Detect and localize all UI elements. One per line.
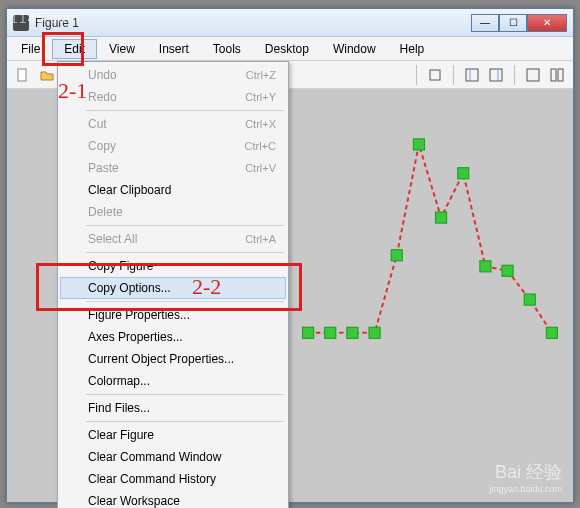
menu-separator xyxy=(86,301,284,302)
menu-separator xyxy=(86,110,284,111)
watermark-tl: 1145.com xyxy=(10,10,79,26)
menuitem-find-files[interactable]: Find Files... xyxy=(60,397,286,419)
menubar: FileEditViewInsertToolsDesktopWindowHelp xyxy=(7,37,573,61)
svg-rect-10 xyxy=(325,327,336,338)
menu-separator xyxy=(86,225,284,226)
layout2-icon[interactable] xyxy=(486,65,506,85)
menuitem-clear-workspace[interactable]: Clear Workspace xyxy=(60,490,286,508)
svg-rect-20 xyxy=(546,327,557,338)
menuitem-delete: Delete xyxy=(60,201,286,223)
menuitem-copy-figure[interactable]: Copy Figure xyxy=(60,255,286,277)
new-icon[interactable] xyxy=(13,65,33,85)
window-title: Figure 1 xyxy=(35,16,471,30)
menuitem-undo: UndoCtrl+Z xyxy=(60,64,286,86)
menu-separator xyxy=(86,421,284,422)
layout1-icon[interactable] xyxy=(462,65,482,85)
menuitem-colormap[interactable]: Colormap... xyxy=(60,370,286,392)
edit-menu-dropdown: UndoCtrl+ZRedoCtrl+YCutCtrl+XCopyCtrl+CP… xyxy=(57,61,289,508)
svg-rect-11 xyxy=(347,327,358,338)
menuitem-paste: PasteCtrl+V xyxy=(60,157,286,179)
menuitem-clear-command-history[interactable]: Clear Command History xyxy=(60,468,286,490)
menu-insert[interactable]: Insert xyxy=(147,39,201,59)
menuitem-select-all: Select AllCtrl+A xyxy=(60,228,286,250)
layout3-icon[interactable] xyxy=(523,65,543,85)
svg-rect-16 xyxy=(458,168,469,179)
svg-rect-2 xyxy=(466,69,478,81)
plot xyxy=(297,89,563,444)
menu-separator xyxy=(86,394,284,395)
menu-edit[interactable]: Edit xyxy=(52,39,97,59)
open-icon[interactable] xyxy=(37,65,57,85)
menu-file[interactable]: File xyxy=(9,39,52,59)
titlebar[interactable]: Figure 1 — ☐ ✕ xyxy=(7,9,573,37)
svg-rect-6 xyxy=(527,69,539,81)
figure-window: Figure 1 — ☐ ✕ FileEditViewInsertToolsDe… xyxy=(6,8,574,503)
menuitem-current-object-properties[interactable]: Current Object Properties... xyxy=(60,348,286,370)
svg-rect-15 xyxy=(436,212,447,223)
svg-rect-13 xyxy=(391,250,402,261)
menuitem-copy-options[interactable]: Copy Options... xyxy=(60,277,286,299)
svg-rect-1 xyxy=(430,70,440,80)
svg-rect-17 xyxy=(480,261,491,272)
layout4-icon[interactable] xyxy=(547,65,567,85)
maximize-button[interactable]: ☐ xyxy=(499,14,527,32)
menuitem-redo: RedoCtrl+Y xyxy=(60,86,286,108)
menu-help[interactable]: Help xyxy=(388,39,437,59)
svg-rect-9 xyxy=(303,327,314,338)
watermark-br: Bai 经验 jingyan.baidu.com xyxy=(489,460,562,494)
menuitem-clear-clipboard[interactable]: Clear Clipboard xyxy=(60,179,286,201)
menu-separator xyxy=(86,252,284,253)
close-button[interactable]: ✕ xyxy=(527,14,567,32)
svg-rect-19 xyxy=(524,294,535,305)
menuitem-axes-properties[interactable]: Axes Properties... xyxy=(60,326,286,348)
svg-rect-7 xyxy=(551,69,556,81)
menuitem-clear-figure[interactable]: Clear Figure xyxy=(60,424,286,446)
menu-view[interactable]: View xyxy=(97,39,147,59)
tool-icon[interactable] xyxy=(425,65,445,85)
svg-rect-14 xyxy=(413,139,424,150)
menuitem-figure-properties[interactable]: Figure Properties... xyxy=(60,304,286,326)
svg-rect-8 xyxy=(558,69,563,81)
minimize-button[interactable]: — xyxy=(471,14,499,32)
svg-rect-4 xyxy=(490,69,502,81)
menuitem-clear-command-window[interactable]: Clear Command Window xyxy=(60,446,286,468)
svg-rect-0 xyxy=(18,69,26,81)
menuitem-cut: CutCtrl+X xyxy=(60,113,286,135)
menu-tools[interactable]: Tools xyxy=(201,39,253,59)
svg-rect-12 xyxy=(369,327,380,338)
svg-rect-18 xyxy=(502,265,513,276)
menu-desktop[interactable]: Desktop xyxy=(253,39,321,59)
menu-window[interactable]: Window xyxy=(321,39,388,59)
menuitem-copy: CopyCtrl+C xyxy=(60,135,286,157)
